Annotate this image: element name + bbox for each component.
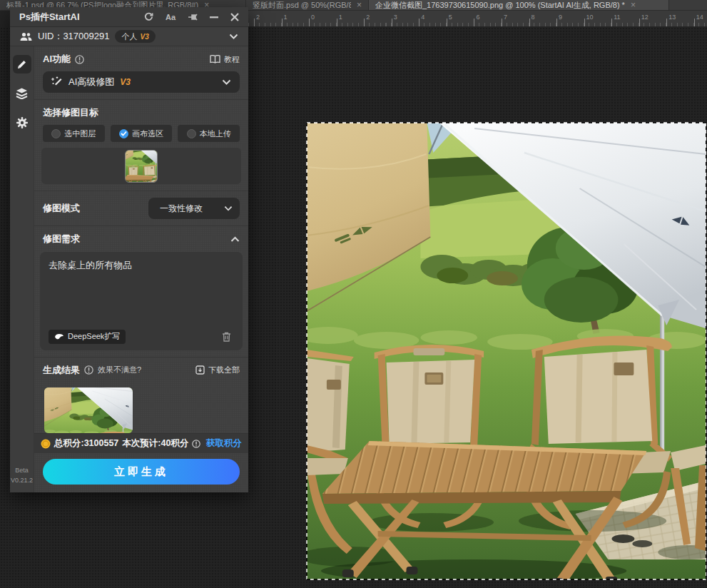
pencil-icon bbox=[16, 59, 27, 70]
canvas-image[interactable] bbox=[307, 123, 706, 579]
panel-content: AI功能 教程 bbox=[34, 46, 248, 492]
document-tab-3-active[interactable]: 企业微信截图_17639730615090.png @ 100% (StartA… bbox=[369, 0, 669, 10]
tutorial-link[interactable]: 教程 bbox=[210, 54, 240, 65]
text-size-icon[interactable]: Aa bbox=[166, 13, 176, 21]
mode-row: 修图模式 一致性修改 bbox=[34, 191, 248, 219]
download-label: 下载全部 bbox=[208, 365, 240, 375]
horizontal-ruler: 2101234567891011121314 bbox=[248, 11, 707, 27]
chevron-down-icon bbox=[222, 79, 231, 85]
mode-title: 修图模式 bbox=[43, 202, 80, 215]
prompt-value: 去除桌上的所有物品 bbox=[49, 259, 234, 273]
deepseek-expand-button[interactable]: DeepSeek扩写 bbox=[49, 330, 126, 344]
prompt-textarea[interactable]: 去除桌上的所有物品 DeepSeek扩写 bbox=[40, 252, 243, 350]
tab-close-icon[interactable]: × bbox=[357, 1, 362, 9]
option-label: 选中图层 bbox=[64, 128, 96, 139]
ai-section-title: AI功能 bbox=[43, 53, 71, 66]
tool-strip: Beta V0.21.2 bbox=[10, 46, 34, 492]
plan-name: 个人 bbox=[121, 31, 137, 42]
gear-icon bbox=[16, 117, 28, 128]
plan-version: V3 bbox=[140, 33, 148, 41]
book-icon bbox=[210, 55, 220, 64]
result-section-header: 生成结果 效果不满意? 下载全部 bbox=[34, 358, 248, 382]
info-icon[interactable] bbox=[75, 55, 84, 64]
get-points-link[interactable]: 获取积分 bbox=[206, 437, 242, 450]
target-section-header: 选择修图目标 bbox=[34, 100, 248, 124]
plan-badge: 个人 V3 bbox=[115, 30, 155, 43]
panel-title: Ps插件StartAI bbox=[19, 11, 80, 24]
estimate-points: 本次预计:40积分 bbox=[122, 437, 188, 450]
feature-dropdown[interactable]: AI高级修图 V3 bbox=[43, 71, 240, 93]
target-section-title: 选择修图目标 bbox=[43, 106, 98, 119]
deepseek-whale-icon bbox=[54, 333, 64, 340]
download-icon bbox=[195, 365, 205, 375]
tab-close-icon[interactable]: × bbox=[631, 1, 636, 9]
target-option[interactable]: 画布选区 bbox=[111, 125, 173, 142]
minimize-icon[interactable] bbox=[210, 13, 218, 21]
users-icon bbox=[20, 32, 32, 41]
tool-settings[interactable] bbox=[13, 113, 31, 132]
selection-thumbnail[interactable] bbox=[125, 150, 158, 183]
download-all-button[interactable]: 下载全部 bbox=[195, 365, 240, 375]
uid-row[interactable]: UID：317009291 个人 V3 bbox=[10, 27, 248, 46]
option-label: 本地上传 bbox=[200, 128, 231, 139]
mode-selected: 一致性修改 bbox=[160, 203, 203, 215]
tab-label: 竖版封面.psd @ 50%(RGB/8) * bbox=[253, 0, 351, 10]
pin-icon[interactable] bbox=[188, 13, 198, 21]
layers-icon bbox=[16, 88, 28, 99]
info-icon[interactable] bbox=[192, 440, 200, 448]
points-bar: 总积分:3100557 本次预计:40积分 获取积分 bbox=[34, 433, 248, 453]
tab-label: 企业微信截图_17639730615090.png @ 100% (StartA… bbox=[375, 0, 625, 10]
beta-version: Beta V0.21.2 bbox=[10, 466, 34, 485]
info-icon[interactable] bbox=[84, 365, 93, 375]
photoshop-window: 标题-1.psd @ 66.7% (PS把logo融合到图片里, RGB/8#)… bbox=[0, 0, 707, 588]
feature-version: V3 bbox=[120, 77, 131, 87]
tool-layers[interactable] bbox=[13, 84, 31, 103]
document-tab-2[interactable]: 竖版封面.psd @ 50%(RGB/8) * × bbox=[246, 0, 369, 10]
magic-wand-icon bbox=[51, 76, 63, 88]
panel-titlebar[interactable]: Ps插件StartAI Aa bbox=[10, 7, 248, 27]
prompt-section-header: 修图需求 bbox=[34, 226, 248, 250]
chevron-down-icon[interactable] bbox=[229, 34, 238, 39]
target-option[interactable]: 本地上传 bbox=[178, 125, 240, 142]
tabbar-filler bbox=[669, 0, 707, 10]
result-thumbnail[interactable] bbox=[44, 387, 133, 433]
radio-icon bbox=[51, 129, 61, 138]
beta-label: Beta bbox=[10, 466, 34, 476]
radio-icon bbox=[119, 129, 128, 138]
result-hint: 效果不满意? bbox=[98, 365, 141, 375]
ai-section-header: AI功能 教程 bbox=[34, 46, 248, 71]
total-points: 总积分:3100557 bbox=[54, 437, 118, 450]
radio-icon bbox=[187, 129, 196, 138]
generate-button[interactable]: 立即生成 bbox=[43, 459, 240, 485]
selection-preview-box bbox=[41, 148, 241, 184]
prompt-section-title: 修图需求 bbox=[43, 233, 80, 245]
option-label: 画布选区 bbox=[132, 128, 163, 139]
mode-dropdown[interactable]: 一致性修改 bbox=[148, 198, 240, 219]
tutorial-label: 教程 bbox=[224, 54, 240, 65]
close-icon[interactable] bbox=[230, 13, 239, 21]
feature-name: AI高级修图 bbox=[68, 76, 114, 88]
chevron-down-icon bbox=[224, 206, 233, 211]
coin-icon bbox=[41, 439, 51, 449]
camping-photo bbox=[307, 123, 706, 579]
version-label: V0.21.2 bbox=[10, 476, 34, 486]
tool-edit[interactable] bbox=[13, 55, 31, 74]
trash-icon[interactable] bbox=[222, 332, 231, 342]
startai-panel: Ps插件StartAI Aa bbox=[10, 7, 248, 492]
result-section-title: 生成结果 bbox=[43, 364, 80, 377]
chevron-up-icon[interactable] bbox=[230, 236, 240, 243]
deepseek-label: DeepSeek扩写 bbox=[68, 331, 120, 342]
refresh-icon[interactable] bbox=[144, 12, 153, 21]
uid-label: UID：317009291 bbox=[38, 30, 109, 43]
target-options: 选中图层 画布选区 本地上传 bbox=[43, 125, 240, 142]
target-option[interactable]: 选中图层 bbox=[43, 125, 105, 142]
tarp-pole bbox=[660, 313, 664, 460]
